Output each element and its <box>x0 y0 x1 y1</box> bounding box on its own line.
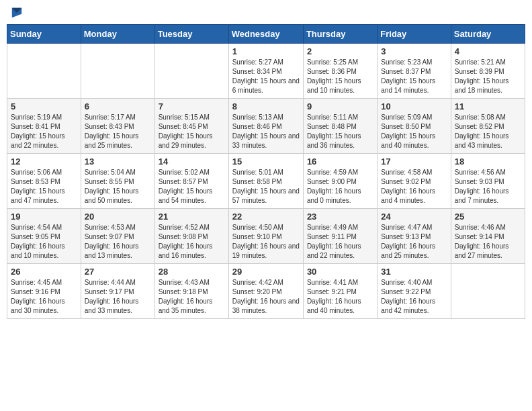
day-number: 10 <box>381 101 447 111</box>
day-info: Sunrise: 5:02 AM Sunset: 8:57 PM Dayligh… <box>159 168 225 205</box>
day-number: 8 <box>232 101 300 111</box>
day-number: 4 <box>455 46 521 56</box>
calendar-cell: 7Sunrise: 5:15 AM Sunset: 8:45 PM Daylig… <box>154 99 228 154</box>
day-number: 11 <box>455 101 521 111</box>
calendar-day-header: Saturday <box>451 25 525 44</box>
day-info: Sunrise: 4:56 AM Sunset: 9:03 PM Dayligh… <box>455 168 521 205</box>
calendar-cell: 30Sunrise: 4:41 AM Sunset: 9:21 PM Dayli… <box>303 264 377 319</box>
calendar-cell <box>7 44 81 99</box>
day-info: Sunrise: 4:41 AM Sunset: 9:21 PM Dayligh… <box>307 278 373 316</box>
calendar-day-header: Sunday <box>7 25 81 44</box>
calendar-cell: 8Sunrise: 5:13 AM Sunset: 8:46 PM Daylig… <box>228 99 303 154</box>
calendar-cell: 15Sunrise: 5:01 AM Sunset: 8:58 PM Dayli… <box>228 154 303 209</box>
calendar-cell <box>154 44 228 99</box>
calendar-cell: 14Sunrise: 5:02 AM Sunset: 8:57 PM Dayli… <box>154 154 228 209</box>
calendar-cell: 25Sunrise: 4:46 AM Sunset: 9:14 PM Dayli… <box>451 209 525 264</box>
day-number: 24 <box>381 212 447 222</box>
logo-flag-icon <box>11 7 23 19</box>
calendar-cell: 19Sunrise: 4:54 AM Sunset: 9:05 PM Dayli… <box>7 209 81 264</box>
calendar-day-header: Monday <box>81 25 154 44</box>
calendar-week-row: 1Sunrise: 5:27 AM Sunset: 8:34 PM Daylig… <box>7 44 525 99</box>
day-number: 13 <box>85 156 151 167</box>
calendar-cell: 11Sunrise: 5:08 AM Sunset: 8:52 PM Dayli… <box>451 99 525 154</box>
calendar-cell: 24Sunrise: 4:47 AM Sunset: 9:13 PM Dayli… <box>378 209 451 264</box>
calendar-cell: 22Sunrise: 4:50 AM Sunset: 9:10 PM Dayli… <box>228 209 303 264</box>
day-info: Sunrise: 5:11 AM Sunset: 8:48 PM Dayligh… <box>307 113 373 150</box>
calendar-cell: 13Sunrise: 5:04 AM Sunset: 8:55 PM Dayli… <box>81 154 154 209</box>
calendar-cell: 23Sunrise: 4:49 AM Sunset: 9:11 PM Dayli… <box>303 209 377 264</box>
calendar-cell: 26Sunrise: 4:45 AM Sunset: 9:16 PM Dayli… <box>7 264 81 319</box>
day-number: 5 <box>11 101 77 111</box>
day-info: Sunrise: 5:27 AM Sunset: 8:34 PM Dayligh… <box>232 58 300 95</box>
calendar-day-header: Thursday <box>303 25 377 44</box>
day-number: 18 <box>455 156 521 167</box>
day-info: Sunrise: 5:13 AM Sunset: 8:46 PM Dayligh… <box>232 113 300 150</box>
day-number: 16 <box>307 156 373 167</box>
day-info: Sunrise: 5:09 AM Sunset: 8:50 PM Dayligh… <box>381 113 447 150</box>
calendar-day-header: Friday <box>378 25 451 44</box>
calendar-day-header: Tuesday <box>154 25 228 44</box>
day-info: Sunrise: 4:44 AM Sunset: 9:17 PM Dayligh… <box>85 278 151 316</box>
calendar-cell: 5Sunrise: 5:19 AM Sunset: 8:41 PM Daylig… <box>7 99 81 154</box>
day-info: Sunrise: 5:08 AM Sunset: 8:52 PM Dayligh… <box>455 113 521 150</box>
day-number: 17 <box>381 156 447 167</box>
day-number: 7 <box>159 101 225 111</box>
day-info: Sunrise: 5:04 AM Sunset: 8:55 PM Dayligh… <box>85 168 151 205</box>
day-number: 29 <box>232 267 300 277</box>
day-info: Sunrise: 5:19 AM Sunset: 8:41 PM Dayligh… <box>11 113 77 150</box>
logo <box>9 7 23 19</box>
calendar-cell: 17Sunrise: 4:58 AM Sunset: 9:02 PM Dayli… <box>378 154 451 209</box>
calendar-cell: 3Sunrise: 5:23 AM Sunset: 8:37 PM Daylig… <box>378 44 451 99</box>
day-number: 26 <box>11 267 77 277</box>
day-info: Sunrise: 4:59 AM Sunset: 9:00 PM Dayligh… <box>307 168 373 205</box>
calendar-cell: 2Sunrise: 5:25 AM Sunset: 8:36 PM Daylig… <box>303 44 377 99</box>
day-number: 14 <box>159 156 225 167</box>
calendar-cell: 12Sunrise: 5:06 AM Sunset: 8:53 PM Dayli… <box>7 154 81 209</box>
day-number: 15 <box>232 156 300 167</box>
calendar-cell: 10Sunrise: 5:09 AM Sunset: 8:50 PM Dayli… <box>378 99 451 154</box>
day-number: 23 <box>307 212 373 222</box>
calendar-cell: 28Sunrise: 4:43 AM Sunset: 9:18 PM Dayli… <box>154 264 228 319</box>
day-number: 19 <box>11 212 77 222</box>
day-number: 12 <box>11 156 77 167</box>
day-info: Sunrise: 4:49 AM Sunset: 9:11 PM Dayligh… <box>307 223 373 261</box>
calendar-day-header: Wednesday <box>228 25 303 44</box>
day-info: Sunrise: 5:01 AM Sunset: 8:58 PM Dayligh… <box>232 168 300 205</box>
calendar-cell: 16Sunrise: 4:59 AM Sunset: 9:00 PM Dayli… <box>303 154 377 209</box>
day-number: 30 <box>307 267 373 277</box>
day-number: 21 <box>159 212 225 222</box>
day-info: Sunrise: 5:15 AM Sunset: 8:45 PM Dayligh… <box>159 113 225 150</box>
calendar-cell: 6Sunrise: 5:17 AM Sunset: 8:43 PM Daylig… <box>81 99 154 154</box>
day-info: Sunrise: 5:25 AM Sunset: 8:36 PM Dayligh… <box>307 58 373 95</box>
calendar-week-row: 5Sunrise: 5:19 AM Sunset: 8:41 PM Daylig… <box>7 99 525 154</box>
calendar-header-row: SundayMondayTuesdayWednesdayThursdayFrid… <box>7 25 525 44</box>
calendar-week-row: 19Sunrise: 4:54 AM Sunset: 9:05 PM Dayli… <box>7 209 525 264</box>
calendar-cell: 4Sunrise: 5:21 AM Sunset: 8:39 PM Daylig… <box>451 44 525 99</box>
day-info: Sunrise: 4:40 AM Sunset: 9:22 PM Dayligh… <box>381 278 447 316</box>
calendar-cell: 27Sunrise: 4:44 AM Sunset: 9:17 PM Dayli… <box>81 264 154 319</box>
day-info: Sunrise: 5:23 AM Sunset: 8:37 PM Dayligh… <box>381 58 447 95</box>
calendar-cell <box>81 44 154 99</box>
calendar-cell: 20Sunrise: 4:53 AM Sunset: 9:07 PM Dayli… <box>81 209 154 264</box>
day-info: Sunrise: 4:58 AM Sunset: 9:02 PM Dayligh… <box>381 168 447 205</box>
calendar-cell: 31Sunrise: 4:40 AM Sunset: 9:22 PM Dayli… <box>378 264 451 319</box>
calendar-cell: 9Sunrise: 5:11 AM Sunset: 8:48 PM Daylig… <box>303 99 377 154</box>
day-number: 1 <box>232 46 300 56</box>
calendar-week-row: 26Sunrise: 4:45 AM Sunset: 9:16 PM Dayli… <box>7 264 525 319</box>
calendar-cell <box>451 264 525 319</box>
calendar-cell: 21Sunrise: 4:52 AM Sunset: 9:08 PM Dayli… <box>154 209 228 264</box>
day-number: 27 <box>85 267 151 277</box>
calendar-week-row: 12Sunrise: 5:06 AM Sunset: 8:53 PM Dayli… <box>7 154 525 209</box>
day-number: 20 <box>85 212 151 222</box>
day-info: Sunrise: 4:45 AM Sunset: 9:16 PM Dayligh… <box>11 278 77 316</box>
day-number: 2 <box>307 46 373 56</box>
day-info: Sunrise: 4:53 AM Sunset: 9:07 PM Dayligh… <box>85 223 151 261</box>
day-info: Sunrise: 5:06 AM Sunset: 8:53 PM Dayligh… <box>11 168 77 205</box>
calendar-cell: 18Sunrise: 4:56 AM Sunset: 9:03 PM Dayli… <box>451 154 525 209</box>
day-info: Sunrise: 5:17 AM Sunset: 8:43 PM Dayligh… <box>85 113 151 150</box>
calendar-cell: 1Sunrise: 5:27 AM Sunset: 8:34 PM Daylig… <box>228 44 303 99</box>
calendar-cell: 29Sunrise: 4:42 AM Sunset: 9:20 PM Dayli… <box>228 264 303 319</box>
calendar-table: SundayMondayTuesdayWednesdayThursdayFrid… <box>7 24 525 319</box>
page-header <box>7 7 525 19</box>
day-info: Sunrise: 4:42 AM Sunset: 9:20 PM Dayligh… <box>232 278 300 316</box>
